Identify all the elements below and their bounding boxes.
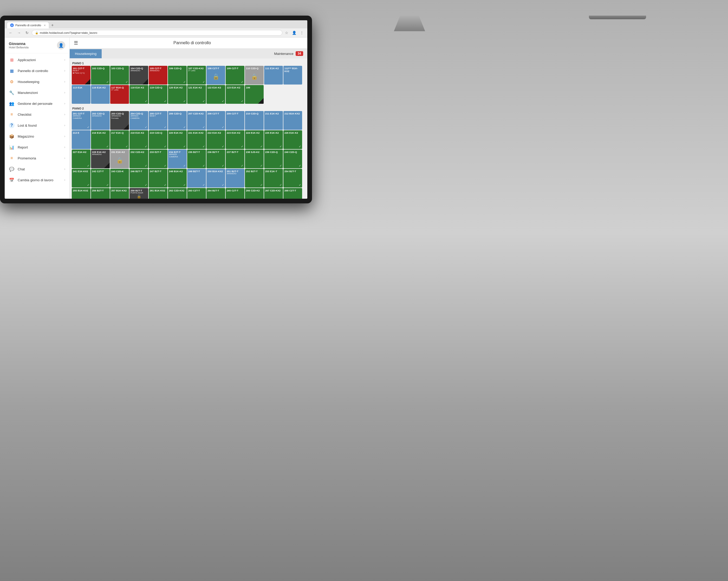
room-card-106[interactable]: 106 C2D-Q ✓ [168,66,187,84]
room-card-116[interactable]: 116 E1K-K2 [91,85,110,104]
room-card-240[interactable]: 240 C2D-Q ✓ [283,150,302,168]
sidebar-item-magazzino[interactable]: 📦 Magazzino › [5,131,70,142]
room-card-237[interactable]: 237 B2T-T ✓ [226,150,244,168]
room-card-243[interactable]: 243 C2D-K [110,169,129,187]
room-card-102[interactable]: 102 C2D-Q ✓ [91,66,110,84]
room-card-233[interactable]: 233 E2T-T ✓ [149,150,167,168]
sidebar-item-report[interactable]: 📊 Report › [5,142,70,153]
room-card-224[interactable]: 224 E1K-K2 ✓ [245,130,264,149]
sidebar-item-checklist[interactable]: ≡ Checklist › [5,109,70,120]
room-card-206[interactable]: 206 C2D-Q ✓ [168,111,187,130]
room-card-235[interactable]: 235 B2T-T ✓ [187,150,206,168]
room-card-112[interactable]: 112*** B1K-KX2 [283,66,302,84]
room-card-211[interactable]: 211 E1K-K2 [264,111,283,130]
tab-housekeeping[interactable]: Housekeeping [70,49,102,58]
room-card-232[interactable]: 232 C2D-K2 ✓ [129,150,148,168]
room-card-105[interactable]: 105 C2T-T ARMADIO [149,66,167,84]
room-card-248[interactable]: 248 B1K-K2 ✓ [168,169,187,187]
room-card-199[interactable]: 199 ✓ [245,85,264,104]
room-card-218[interactable]: 218 E1K-K2 ✓ [129,130,148,149]
room-card-252[interactable]: 252 B2T-T ✓ [245,169,264,187]
sidebar-item-applicazioni[interactable]: ⊞ Applicazioni › [5,54,70,65]
browser-tab[interactable]: G Pannello di controllo ✕ [7,22,49,28]
room-card-234[interactable]: 234 E2T-T ARREDI CAMERA ✓ [168,150,187,168]
sidebar-item-pannello[interactable]: ▦ Pannello di controllo › [5,65,70,76]
room-card-103[interactable]: 103 C2D-Q ✓ [110,66,129,84]
room-card-216[interactable]: 216 E1K-K2 ✓ [91,130,110,149]
room-card-249[interactable]: 249 B2T-T ✓ [187,169,206,187]
back-button[interactable]: ← [7,30,14,35]
room-card-247[interactable]: 247 B2T-T ✓ [149,169,167,187]
room-card-228[interactable]: 228 E1K-K2 ARMADIO [91,150,110,168]
room-card-258[interactable]: 258 B2T-T PORTA INGR 🔒 [129,188,148,199]
room-card-238[interactable]: 238 SJS-K2 ✓ [245,150,264,168]
room-card-263[interactable]: 263 C2T-T ✓ [187,188,206,199]
room-card-208[interactable]: 208 C2T-T ✓ [206,111,225,130]
room-card-262[interactable]: 262 C2D-KX2 ✓ [168,188,187,199]
tab-close-button[interactable]: ✕ [44,24,46,27]
room-card-242[interactable]: 242 C2T-T ✓ [91,169,110,187]
room-card-256[interactable]: 256 B2T-T ✓ [91,188,110,199]
room-card-221[interactable]: 221 E1K-KX2 ✓ [187,130,206,149]
room-card-220[interactable]: 220 E1K-K2 ✓ [168,130,187,149]
room-card-225[interactable]: 225 E1K-K2 ✓ [264,130,283,149]
room-card-231[interactable]: 231 E1K-K2 🔒 [110,150,129,168]
room-card-117[interactable]: 117 B1K-Q 3° Letto [110,85,129,104]
room-card-265[interactable]: 265 C2T-T ✓ [226,188,244,199]
room-card-213[interactable]: 213 E [72,130,90,149]
room-card-121[interactable]: 121 E1K-K2 ✓ [187,85,206,104]
sidebar-item-cambiagiorno[interactable]: 📅 Cambia giorno di lavoro › [5,175,70,185]
room-card-261[interactable]: 261 B1K-KX2 ✓ [149,188,167,199]
room-card-268[interactable]: 268 C2T-T ✓ [283,188,302,199]
room-card-266[interactable]: 266 C2D-K2 ✓ [245,188,264,199]
room-card-111[interactable]: 111 E1K-K2 [264,66,283,84]
room-card-212[interactable]: 212 B1K-KX2 [283,111,302,130]
room-card-104[interactable]: 104 C2D-Q ARMADIO [129,66,148,84]
room-card-205[interactable]: 205 C2T-T BIDET ✓ [149,111,167,130]
room-card-122[interactable]: 122 E1K-K2 ✓ [206,85,225,104]
new-tab-button[interactable]: + [49,23,56,28]
room-card-250[interactable]: 250 B1K-KX2 ✓ [206,169,225,187]
room-card-118[interactable]: 118 E1K-K2 ✓ [129,85,148,104]
room-card-236[interactable]: 236 B2T-T ✓ [206,150,225,168]
room-card-119[interactable]: 119 C2D-Q ✓ [149,85,167,104]
bookmark-icon[interactable]: ☆ [284,30,289,35]
sidebar-item-promemoria[interactable]: ≡ Promemoria › [5,153,70,163]
room-card-227[interactable]: 227 E1K-K2 ✓ [72,150,90,168]
room-card-226[interactable]: 226 E1K-K2 ✓ [283,130,302,149]
room-card-203[interactable]: 203 C2D-Q ARMADIO Fermata [110,111,129,130]
room-card-264[interactable]: 264 B2T-T ✓ [206,188,225,199]
room-card-246[interactable]: 246 B2T-T ✓ [129,169,148,187]
menu-dots-icon[interactable]: ⋮ [299,30,305,35]
address-bar[interactable]: 🔒 mobile.hoidacloud.com/?pagina=stato_la… [32,30,282,35]
room-card-202[interactable]: 202 C2D-Q ARMADIO [91,111,110,130]
room-card-241[interactable]: 241 E1K-KX2 ✓ [72,169,90,187]
profile-icon[interactable]: 👤 [291,30,297,35]
room-card-251[interactable]: 251 B2T-T ARMADIO [226,169,244,187]
room-card-109[interactable]: 109 C2T-T ✓ [226,66,244,84]
forward-button[interactable]: → [16,30,22,35]
room-card-101[interactable]: 101 C2T-T BIDET ■ Piano 1(+1) [72,66,90,84]
room-card-222[interactable]: 222 E1K-K2 ✓ [206,130,225,149]
room-card-123[interactable]: 123 E1K-K2 ✓ [226,85,244,104]
room-card-209[interactable]: 209 C2T-T [226,111,244,130]
room-card-108[interactable]: 108 C2T-T 🔒 [206,66,225,84]
room-card-255[interactable]: 255 B1K-KX2 ✓ [72,188,90,199]
room-card-219[interactable]: 219 C2D-Q ✓ [149,130,167,149]
reload-button[interactable]: ↻ [24,30,30,35]
room-card-217[interactable]: 217 E1K-Q ✓ [110,130,129,149]
room-card-223[interactable]: 223 E1K-K2 ✓ [226,130,244,149]
room-card-267[interactable]: 267 C2D-KX2 ✓ [264,188,283,199]
room-card-239[interactable]: 239 C2D-Q ✓ [264,150,283,168]
room-card-253[interactable]: 253 E1K-T ✓ [264,169,283,187]
sidebar-item-chat[interactable]: 💬 Chat › [5,163,70,175]
room-card-207[interactable]: 207 C2D-KX2 ✓ [187,111,206,130]
room-card-257[interactable]: 257 B1K-KX2 ✓ [110,188,129,199]
room-card-204[interactable]: 204 C2D-Q ARREDI CAMERA ✓ [129,111,148,130]
sidebar-item-lostandfound[interactable]: ? Lost & found › [5,120,70,131]
hamburger-menu-button[interactable]: ☰ [74,40,78,46]
room-card-254[interactable]: 254 B2T-T ✓ [283,169,302,187]
room-card-120[interactable]: 120 E1K-K2 ✓ [168,85,187,104]
room-card-201[interactable]: 201 C2T-T ARREDI CAMERA ✓ [72,111,90,130]
sidebar-item-personale[interactable]: 👥 Gestione del personale › [5,98,70,109]
